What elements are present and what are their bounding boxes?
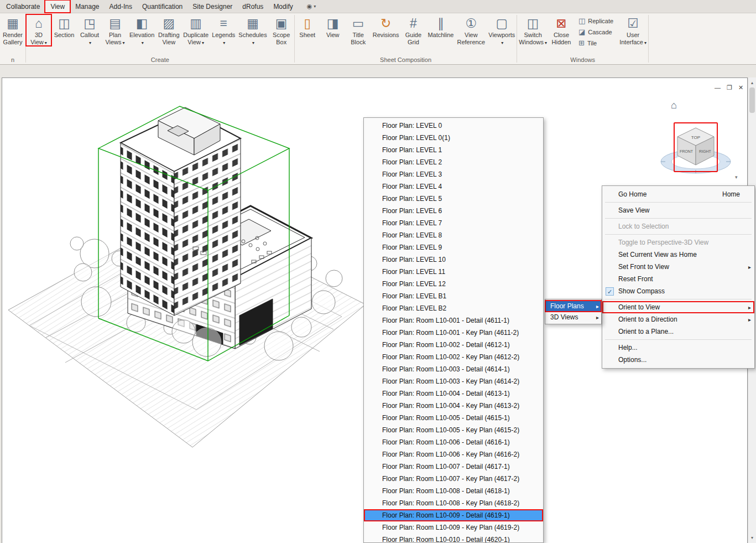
floor-plan-level-9[interactable]: Floor Plan: LEVEL 9 [364, 241, 543, 254]
minimize-icon[interactable]: — [715, 84, 721, 91]
floor-plan-room-l10-006-key-plan-4616-2[interactable]: Floor Plan: Room L10-006 - Key Plan (461… [364, 448, 543, 461]
context-menu-item[interactable]: ✓ ▸ [602, 200, 754, 204]
matchline-button[interactable]: ∥ Matchline ▾ [426, 14, 455, 46]
toggle-to-perspective-3d-view-menu-item[interactable]: ✓ Toggle to Perspective-3D View ▸ [602, 236, 754, 249]
view-tab[interactable]: View [45, 0, 70, 13]
floor-plan-level-0-1[interactable]: Floor Plan: LEVEL 0(1) [364, 132, 543, 144]
schedules-button[interactable]: ▦ Schedules ▾ [237, 14, 268, 46]
restore-icon[interactable]: ❐ [727, 84, 732, 91]
floor-plan-level-4[interactable]: Floor Plan: LEVEL 4 [364, 180, 543, 193]
floor-plans-submenu-item[interactable]: Floor Plans ▸ [545, 301, 601, 312]
context-menu-item[interactable]: ✓ ▸ [602, 232, 754, 236]
sheet-button[interactable]: ▯ Sheet ▾ [295, 14, 320, 46]
floor-plan-level-b1[interactable]: Floor Plan: LEVEL B1 [364, 290, 543, 302]
set-front-to-view-menu-item[interactable]: ✓ Set Front to View ▸ [602, 261, 754, 273]
floor-plan-room-l10-002-key-plan-4612-2[interactable]: Floor Plan: Room L10-002 - Key Plan (461… [364, 351, 543, 363]
floor-plan-level-5[interactable]: Floor Plan: LEVEL 5 [364, 193, 543, 205]
reset-front-menu-item[interactable]: ✓ Reset Front ▸ [602, 273, 754, 285]
scrollbar-thumb[interactable] [749, 87, 755, 113]
floor-plan-level-b2[interactable]: Floor Plan: LEVEL B2 [364, 302, 543, 314]
drafting-view-button[interactable]: ▨ Drafting View▾ [156, 14, 181, 46]
quantification-tab[interactable]: Quantification [137, 1, 187, 13]
help-menu-item[interactable]: ✓ Help... ▸ [602, 342, 754, 354]
plan-views-button[interactable]: ▤ Plan Views▾ [102, 14, 128, 46]
3d-view-button[interactable]: ⌂ 3D View▾ [26, 14, 51, 46]
scroll-down-icon[interactable]: ▾ [748, 534, 756, 542]
floor-plan-room-l10-009-key-plan-4619-2[interactable]: Floor Plan: Room L10-009 - Key Plan (461… [364, 521, 543, 534]
render-gallery-button[interactable]: ▦ Render Gallery▾ [0, 14, 25, 46]
orient-to-view-menu-item[interactable]: ✓ Orient to View ▸ [602, 301, 754, 313]
add-ins-tab[interactable]: Add-Ins [105, 1, 137, 13]
context-menu-item[interactable]: ✓ ▸ [602, 216, 754, 220]
callout-button[interactable]: ◳ Callout ▾ [77, 14, 102, 46]
title-block-button[interactable]: ▭ Title Block▾ [346, 14, 371, 46]
home-icon[interactable]: ⌂ [671, 100, 677, 111]
lock-to-selection-menu-item[interactable]: ✓ Lock to Selection ▸ [602, 220, 754, 232]
cascade-button[interactable]: ◪ Cascade [576, 27, 616, 37]
drofus-tab[interactable]: dRofus [237, 1, 268, 13]
viewcube[interactable]: ⌂ TOP FRONT RIGHT ▾ [655, 93, 749, 195]
floor-plan-room-l10-008-key-plan-4618-2[interactable]: Floor Plan: Room L10-008 - Key Plan (461… [364, 497, 543, 509]
close-hidden-button[interactable]: ⊠ Close Hidden▾ [549, 14, 574, 46]
elevation-button[interactable]: ◧ Elevation ▾ [128, 14, 156, 46]
ribbon-overflow-button[interactable]: ◉ ▾ [307, 3, 316, 13]
floor-plan-room-l10-005-detail-4615-1[interactable]: Floor Plan: Room L10-005 - Detail (4615-… [364, 412, 543, 424]
floor-plan-room-l10-003-detail-4614-1[interactable]: Floor Plan: Room L10-003 - Detail (4614-… [364, 363, 543, 375]
guide-grid-button[interactable]: # Guide Grid▾ [400, 14, 426, 46]
view-button[interactable]: ◨ View ▾ [320, 14, 346, 46]
floor-plan-level-0[interactable]: Floor Plan: LEVEL 0 [364, 120, 543, 132]
section-button[interactable]: ◫ Section ▾ [51, 14, 77, 46]
floor-plan-level-11[interactable]: Floor Plan: LEVEL 11 [364, 266, 543, 278]
viewports-button[interactable]: ▢ Viewports ▾ [487, 14, 517, 46]
context-menu-item[interactable]: ✓ ▸ [602, 338, 754, 342]
show-compass-menu-item[interactable]: ✓ Show Compass ▸ [602, 285, 754, 297]
view-reference-button[interactable]: ① View Reference▾ [455, 14, 487, 46]
viewcube-right-face[interactable]: RIGHT [699, 149, 712, 153]
floor-plan-level-6[interactable]: Floor Plan: LEVEL 6 [364, 205, 543, 217]
close-icon[interactable]: ✕ [738, 84, 743, 91]
duplicate-view-button[interactable]: ▥ Duplicate View▾ [181, 14, 210, 46]
options-menu-item[interactable]: ✓ Options... ▸ [602, 354, 754, 366]
floor-plan-room-l10-008-detail-4618-1[interactable]: Floor Plan: Room L10-008 - Detail (4618-… [364, 485, 543, 497]
floor-plan-level-1[interactable]: Floor Plan: LEVEL 1 [364, 144, 543, 156]
collaborate-tab[interactable]: Collaborate [1, 1, 45, 13]
floor-plan-room-l10-002-detail-4612-1[interactable]: Floor Plan: Room L10-002 - Detail (4612-… [364, 339, 543, 351]
orient-to-a-direction-menu-item[interactable]: ✓ Orient to a Direction ▸ [602, 313, 754, 325]
floor-plan-room-l10-010-detail-4620-1[interactable]: Floor Plan: Room L10-010 - Detail (4620-… [364, 534, 543, 543]
legends-button[interactable]: ≡ Legends ▾ [210, 14, 237, 46]
floor-plan-level-3[interactable]: Floor Plan: LEVEL 3 [364, 168, 543, 180]
user-interface-button[interactable]: ☑ User Interface▾ [618, 14, 648, 46]
manage-tab[interactable]: Manage [70, 1, 104, 13]
site-designer-tab[interactable]: Site Designer [187, 1, 237, 13]
floor-plan-level-2[interactable]: Floor Plan: LEVEL 2 [364, 156, 543, 168]
3d-views-submenu-item[interactable]: 3D Views ▸ [545, 312, 601, 323]
floor-plan-level-10[interactable]: Floor Plan: LEVEL 10 [364, 254, 543, 266]
scroll-up-icon[interactable]: ▴ [748, 79, 756, 87]
floor-plan-room-l10-004-key-plan-4613-2[interactable]: Floor Plan: Room L10-004 - Key Plan (461… [364, 400, 543, 412]
floor-plan-room-l10-004-detail-4613-1[interactable]: Floor Plan: Room L10-004 - Detail (4613-… [364, 387, 543, 400]
floor-plan-level-12[interactable]: Floor Plan: LEVEL 12 [364, 278, 543, 290]
context-menu-item[interactable]: ✓ ▸ [602, 297, 754, 301]
floor-plan-room-l10-005-key-plan-4615-2[interactable]: Floor Plan: Room L10-005 - Key Plan (461… [364, 424, 543, 436]
floor-plan-room-l10-007-detail-4617-1[interactable]: Floor Plan: Room L10-007 - Detail (4617-… [364, 461, 543, 473]
floor-plan-room-l10-009-detail-4619-1[interactable]: Floor Plan: Room L10-009 - Detail (4619-… [364, 509, 543, 521]
scope-box-button[interactable]: ▣ Scope Box▾ [269, 14, 294, 46]
orient-to-a-plane-menu-item[interactable]: ✓ Orient to a Plane... ▸ [602, 325, 754, 338]
tile-button[interactable]: ⊞ Tile [576, 38, 616, 48]
replicate-button[interactable]: ◫ Replicate [576, 16, 616, 25]
revisions-button[interactable]: ↻ Revisions ▾ [371, 14, 401, 46]
floor-plan-room-l10-001-key-plan-4611-2[interactable]: Floor Plan: Room L10-001 - Key Plan (461… [364, 327, 543, 339]
floor-plan-room-l10-006-detail-4616-1[interactable]: Floor Plan: Room L10-006 - Detail (4616-… [364, 436, 543, 448]
modify-tab[interactable]: Modify [268, 1, 298, 13]
go-home-menu-item[interactable]: ✓ Go Home Home ▸ [602, 188, 754, 200]
floor-plan-level-7[interactable]: Floor Plan: LEVEL 7 [364, 217, 543, 229]
save-view-menu-item[interactable]: ✓ Save View ▸ [602, 204, 754, 216]
viewcube-menu-arrow-icon[interactable]: ▾ [735, 174, 738, 180]
set-current-view-as-home-menu-item[interactable]: ✓ Set Current View as Home ▸ [602, 249, 754, 261]
switch-windows-button[interactable]: ◫ Switch Windows▾ [517, 14, 549, 46]
floor-plan-room-l10-003-key-plan-4614-2[interactable]: Floor Plan: Room L10-003 - Key Plan (461… [364, 375, 543, 387]
viewcube-top-face[interactable]: TOP [691, 135, 700, 140]
viewcube-front-face[interactable]: FRONT [680, 149, 694, 153]
floor-plan-room-l10-001-detail-4611-1[interactable]: Floor Plan: Room L10-001 - Detail (4611-… [364, 314, 543, 327]
floor-plan-room-l10-007-key-plan-4617-2[interactable]: Floor Plan: Room L10-007 - Key Plan (461… [364, 473, 543, 485]
